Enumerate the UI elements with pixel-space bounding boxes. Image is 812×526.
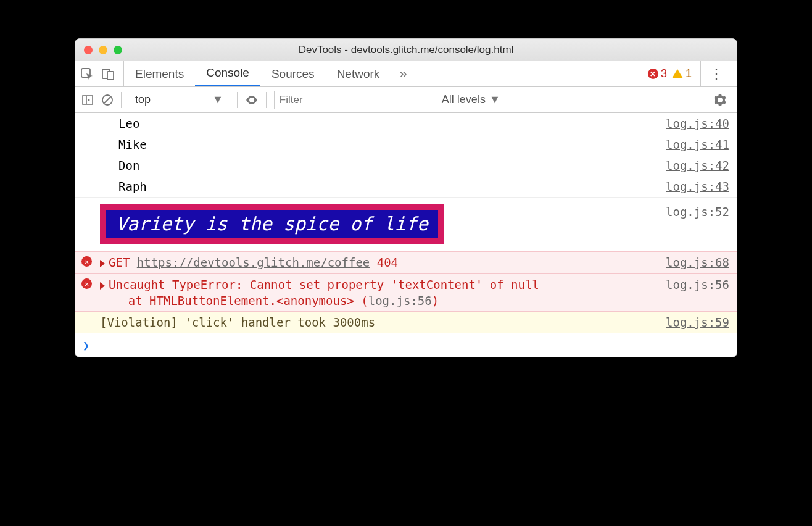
- text-caret: [96, 338, 96, 352]
- http-method: GET: [109, 256, 130, 269]
- error-count: 3: [661, 67, 667, 80]
- console-sidebar-toggle-icon[interactable]: [81, 94, 94, 106]
- source-link[interactable]: log.js:52: [666, 204, 729, 220]
- more-tabs-button[interactable]: »: [391, 66, 415, 82]
- warning-count-badge[interactable]: 1: [672, 67, 692, 80]
- tab-elements[interactable]: Elements: [124, 61, 195, 86]
- source-link[interactable]: log.js:59: [666, 314, 729, 330]
- devtools-dock-controls: [80, 61, 124, 86]
- tab-network[interactable]: Network: [326, 61, 391, 86]
- status-badges[interactable]: ✕ 3 1: [639, 61, 701, 86]
- console-toolbar: top ▼ All levels ▼: [75, 87, 737, 113]
- panel-tabs: Elements Console Sources Network »: [124, 61, 416, 86]
- window-title: DevTools - devtools.glitch.me/console/lo…: [75, 44, 737, 56]
- stack-frame-prefix: at HTMLButtonElement.<anonymous> (: [100, 294, 368, 307]
- warning-icon: [672, 69, 683, 78]
- expand-icon[interactable]: [100, 260, 105, 267]
- error-count-badge[interactable]: ✕ 3: [648, 67, 667, 80]
- source-link[interactable]: log.js:40: [666, 115, 729, 132]
- levels-label: All levels: [442, 93, 486, 106]
- stack-frame-suffix: ): [432, 294, 439, 307]
- inspect-element-icon[interactable]: [80, 67, 94, 81]
- log-entry[interactable]: Raph log.js:43: [75, 176, 737, 198]
- dropdown-icon: ▼: [212, 93, 223, 106]
- source-link[interactable]: log.js:43: [666, 178, 729, 194]
- error-icon: ✕: [81, 278, 92, 289]
- exception-entry[interactable]: ✕ Uncaught TypeError: Cannot set propert…: [75, 273, 737, 312]
- context-label: top: [135, 93, 151, 106]
- expand-icon[interactable]: [100, 282, 105, 290]
- live-expression-icon[interactable]: [245, 93, 259, 107]
- svg-rect-2: [107, 72, 114, 80]
- titlebar: DevTools - devtools.glitch.me/console/lo…: [75, 39, 737, 61]
- network-error-entry[interactable]: ✕ GET https://devtools.glitch.me/coffee …: [75, 251, 737, 273]
- error-url[interactable]: https://devtools.glitch.me/coffee: [137, 256, 370, 269]
- traffic-lights: [75, 46, 122, 54]
- svg-point-7: [251, 99, 253, 101]
- error-icon: ✕: [81, 256, 92, 267]
- log-entry[interactable]: Mike log.js:41: [75, 134, 737, 155]
- warning-count: 1: [686, 67, 692, 80]
- log-entry[interactable]: Leo log.js:40: [75, 113, 737, 134]
- clear-console-icon[interactable]: [101, 94, 114, 106]
- context-selector[interactable]: top ▼: [129, 92, 230, 107]
- stack-frame-link[interactable]: log.js:56: [368, 294, 432, 307]
- log-text: Raph: [118, 178, 666, 194]
- svg-rect-3: [83, 96, 93, 104]
- console-prompt[interactable]: ❯: [75, 333, 737, 357]
- source-link[interactable]: log.js:56: [666, 277, 729, 293]
- http-status: 404: [377, 256, 398, 269]
- source-link[interactable]: log.js:68: [666, 254, 729, 270]
- violation-text: [Violation] 'click' handler took 3000ms: [100, 314, 666, 330]
- source-link[interactable]: log.js:41: [666, 136, 729, 152]
- log-entry[interactable]: Don log.js:42: [75, 155, 737, 176]
- minimize-window-button[interactable]: [99, 46, 107, 54]
- log-level-selector[interactable]: All levels ▼: [436, 93, 507, 106]
- error-icon: ✕: [648, 69, 658, 79]
- exception-message: Uncaught TypeError: Cannot set property …: [109, 278, 539, 291]
- styled-log-entry[interactable]: Variety is the spice of life log.js:52: [75, 198, 737, 251]
- prompt-icon: ❯: [83, 339, 89, 352]
- violation-entry[interactable]: [Violation] 'click' handler took 3000ms …: [75, 312, 737, 333]
- tab-console[interactable]: Console: [195, 61, 260, 86]
- styled-log-text: Variety is the spice of life: [100, 204, 444, 244]
- log-text: Leo: [118, 115, 666, 132]
- settings-menu-button[interactable]: ⋮: [701, 66, 732, 82]
- close-window-button[interactable]: [84, 46, 93, 54]
- maximize-window-button[interactable]: [114, 46, 122, 54]
- log-text: Mike: [118, 136, 666, 152]
- tab-strip: Elements Console Sources Network » ✕ 3 1…: [75, 61, 737, 87]
- log-text: Don: [118, 157, 666, 173]
- svg-line-6: [104, 97, 110, 103]
- tab-sources[interactable]: Sources: [260, 61, 326, 86]
- device-toolbar-icon[interactable]: [101, 67, 115, 81]
- console-log-area: Leo log.js:40 Mike log.js:41 Don log.js:…: [75, 113, 737, 357]
- filter-input[interactable]: [274, 91, 428, 109]
- source-link[interactable]: log.js:42: [666, 157, 729, 173]
- devtools-window: DevTools - devtools.glitch.me/console/lo…: [75, 38, 737, 357]
- dropdown-icon: ▼: [489, 93, 500, 106]
- console-settings-icon[interactable]: [710, 93, 731, 107]
